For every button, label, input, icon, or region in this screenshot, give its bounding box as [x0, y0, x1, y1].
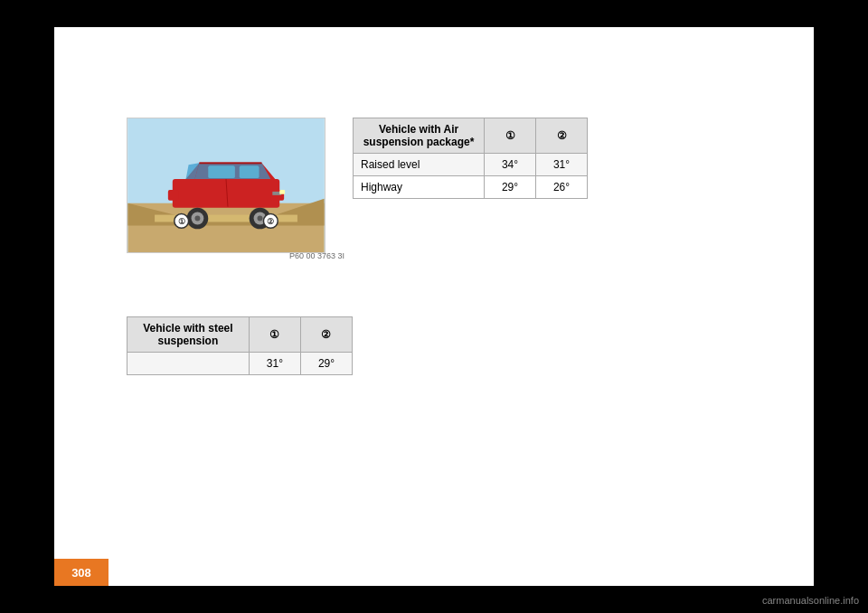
table-row: Raised level 34° 31°: [354, 154, 588, 176]
svg-text:①: ①: [178, 217, 185, 226]
page-content: [54, 27, 814, 586]
air-table-header-col2: ①: [485, 118, 536, 154]
steel-table-header-col3: ②: [300, 317, 352, 353]
table-air-suspension: Vehicle with Air suspension package* ① ②…: [353, 118, 588, 199]
svg-text:②: ②: [267, 217, 274, 226]
table-row: 31° 29°: [127, 353, 353, 375]
svg-point-15: [194, 216, 200, 222]
svg-rect-19: [279, 190, 285, 194]
row-label: [127, 353, 250, 375]
svg-rect-21: [199, 162, 261, 164]
svg-rect-12: [168, 190, 179, 201]
watermark: carmanualsonline.info: [762, 595, 859, 606]
steel-table-header-col1: Vehicle with steel suspension: [127, 317, 250, 353]
air-table-header-col3: ②: [536, 118, 588, 154]
page-number-box: 308: [54, 559, 108, 586]
svg-point-18: [258, 216, 263, 222]
air-table-header-col1: Vehicle with Air suspension package*: [354, 118, 485, 154]
page-number: 308: [71, 566, 91, 580]
vehicle-image: ① ②: [127, 118, 326, 253]
row-val1: 31°: [249, 353, 300, 375]
steel-table-header-col2: ①: [249, 317, 300, 353]
row-label: Raised level: [354, 154, 485, 176]
row-label: Highway: [354, 176, 485, 199]
row-val2: 29°: [300, 353, 352, 375]
svg-rect-8: [208, 165, 235, 178]
row-val1: 34°: [485, 154, 536, 176]
row-val2: 26°: [536, 176, 588, 199]
row-val1: 29°: [485, 176, 536, 199]
table-row: Highway 29° 26°: [354, 176, 588, 199]
row-val2: 31°: [536, 154, 588, 176]
image-caption: P60 00 3763 3I: [289, 251, 344, 260]
table-steel-suspension: Vehicle with steel suspension ① ② 31° 29…: [127, 316, 353, 375]
svg-rect-9: [240, 165, 259, 178]
